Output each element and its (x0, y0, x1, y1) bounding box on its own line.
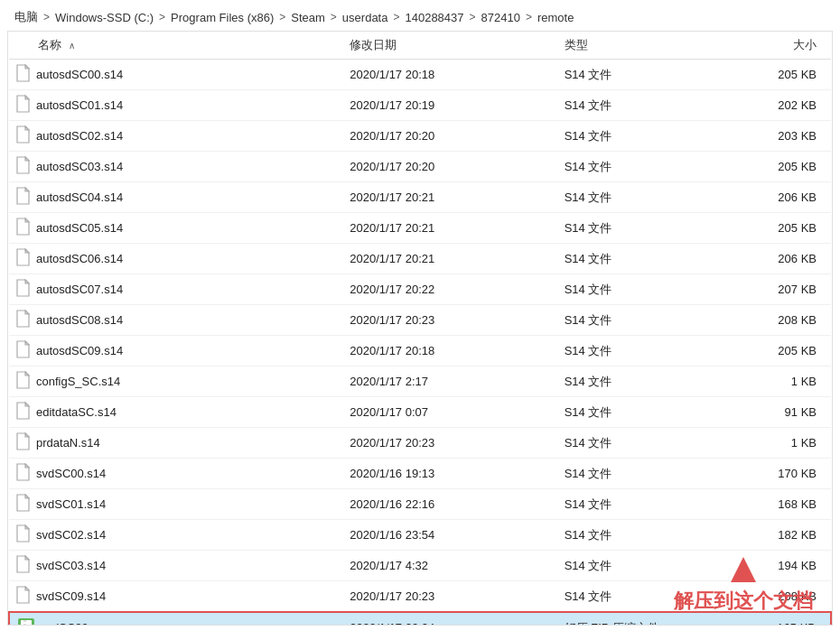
svg-rect-3 (23, 624, 26, 626)
file-name-cell: autosdSC02.s14 (9, 121, 342, 152)
file-type-cell: S14 文件 (557, 274, 712, 305)
table-row[interactable]: autosdSC01.s142020/1/17 20:19S14 文件202 K… (9, 90, 831, 121)
table-row[interactable]: autosdSC00.s142020/1/17 20:18S14 文件205 K… (9, 60, 831, 90)
breadcrumb-item-6[interactable]: 872410 (481, 11, 520, 24)
file-name-text: prdataN.s14 (36, 436, 100, 450)
file-table: 名称 ∧ 修改日期 类型 大小 autosdSC00.s142020/1/17 … (8, 32, 832, 626)
table-row[interactable]: autosdSC03.s142020/1/17 20:20S14 文件205 K… (9, 152, 831, 182)
breadcrumb-item-0[interactable]: 电脑 (14, 9, 38, 25)
table-row[interactable]: editdataSC.s142020/1/17 0:07S14 文件91 KB (9, 397, 831, 428)
zip-icon (17, 617, 35, 626)
file-name-text: autosdSC09.s14 (36, 344, 123, 357)
file-name-cell: autosdSC07.s14 (9, 274, 342, 305)
file-date-cell: 2020/1/17 20:19 (342, 90, 556, 121)
breadcrumb-item-2[interactable]: Program Files (x86) (171, 11, 274, 24)
file-icon (16, 586, 31, 607)
file-icon (16, 187, 31, 208)
file-icon (16, 555, 31, 576)
file-name-cell: svdSC03.s14 (9, 551, 342, 581)
annotation-text: 解压到这个文档 (674, 588, 813, 615)
breadcrumb-item-1[interactable]: Windows-SSD (C:) (55, 11, 154, 24)
file-type-cell: S14 文件 (557, 305, 712, 336)
file-date-cell: 2020/1/17 20:22 (342, 274, 556, 305)
breadcrumb-sep-1: > (159, 11, 165, 23)
file-icon (16, 156, 31, 177)
file-type-cell: S14 文件 (557, 213, 712, 244)
breadcrumb-sep-0: > (43, 11, 50, 23)
col-size-label: 大小 (793, 38, 817, 51)
file-date-cell: 2020/1/17 0:07 (342, 397, 556, 428)
file-icon (16, 524, 31, 545)
table-row[interactable]: autosdSC05.s142020/1/17 20:21S14 文件205 K… (9, 213, 831, 244)
file-size-cell: 1 KB (712, 366, 831, 397)
file-date-cell: 2020/1/17 2:17 (342, 366, 556, 397)
file-name-text: autosdSC02.s14 (36, 129, 123, 143)
file-name-cell: autosdSC01.s14 (9, 90, 342, 121)
file-name-text: configS_SC.s14 (36, 375, 120, 388)
file-name-text: autosdSC05.s14 (36, 221, 123, 235)
breadcrumb-item-5[interactable]: 140288437 (405, 11, 463, 24)
file-icon (16, 218, 31, 238)
breadcrumb-sep-3: > (331, 11, 337, 23)
table-row[interactable]: autosdSC02.s142020/1/17 20:20S14 文件203 K… (9, 121, 831, 152)
file-type-cell: S14 文件 (557, 152, 712, 182)
col-header-name[interactable]: 名称 ∧ (9, 32, 342, 60)
file-size-cell: 206 KB (712, 182, 831, 213)
file-date-cell: 2020/1/17 20:24 (342, 612, 556, 626)
file-type-cell: S14 文件 (557, 489, 712, 520)
file-type-cell: S14 文件 (557, 60, 712, 90)
annotation-arrow (731, 557, 756, 582)
file-name-text: editdataSC.s14 (36, 405, 117, 419)
file-size-cell: 205 KB (712, 60, 831, 90)
file-size-cell: 202 KB (712, 90, 831, 121)
file-name-text: svdSC09 (41, 621, 89, 626)
file-date-cell: 2020/1/17 20:20 (342, 121, 556, 152)
file-type-cell: S14 文件 (557, 121, 712, 152)
file-type-cell: S14 文件 (557, 520, 712, 551)
file-icon (16, 279, 31, 300)
file-size-cell: 205 KB (712, 152, 831, 182)
file-name-cell: autosdSC06.s14 (9, 244, 342, 274)
file-tbody: autosdSC00.s142020/1/17 20:18S14 文件205 K… (9, 60, 831, 626)
file-name-cell: svdSC09 (9, 612, 342, 626)
file-icon (16, 432, 31, 453)
table-row[interactable]: autosdSC08.s142020/1/17 20:23S14 文件208 K… (9, 305, 831, 336)
table-row[interactable]: svdSC01.s142020/1/16 22:16S14 文件168 KB (9, 489, 831, 520)
table-row[interactable]: autosdSC09.s142020/1/17 20:18S14 文件205 K… (9, 336, 831, 366)
table-row[interactable]: autosdSC07.s142020/1/17 20:22S14 文件207 K… (9, 274, 831, 305)
file-name-cell: autosdSC00.s14 (9, 60, 342, 90)
file-name-text: svdSC09.s14 (36, 589, 106, 603)
file-name-cell: autosdSC09.s14 (9, 336, 342, 366)
breadcrumb-item-7[interactable]: remote (537, 11, 574, 24)
table-row[interactable]: prdataN.s142020/1/17 20:23S14 文件1 KB (9, 428, 831, 459)
file-icon (16, 494, 31, 515)
file-name-text: svdSC03.s14 (36, 559, 106, 572)
breadcrumb-sep-6: > (526, 11, 532, 23)
file-name-cell: svdSC09.s14 (9, 581, 342, 613)
file-name-text: svdSC02.s14 (36, 528, 106, 542)
table-row[interactable]: autosdSC06.s142020/1/17 20:21S14 文件206 K… (9, 244, 831, 274)
breadcrumb-item-4[interactable]: userdata (342, 11, 388, 24)
table-row[interactable]: autosdSC04.s142020/1/17 20:21S14 文件206 K… (9, 182, 831, 213)
col-header-date[interactable]: 修改日期 (342, 32, 556, 60)
table-row[interactable]: svdSC00.s142020/1/16 19:13S14 文件170 KB (9, 459, 831, 489)
file-name-text: autosdSC00.s14 (36, 68, 123, 81)
file-name-cell: configS_SC.s14 (9, 366, 342, 397)
file-type-cell: S14 文件 (557, 366, 712, 397)
breadcrumb-sep-2: > (279, 11, 285, 23)
col-header-size[interactable]: 大小 (712, 32, 831, 60)
file-size-cell: 206 KB (712, 244, 831, 274)
file-date-cell: 2020/1/17 20:23 (342, 428, 556, 459)
file-name-cell: autosdSC05.s14 (9, 213, 342, 244)
file-size-cell: 205 KB (712, 336, 831, 366)
table-header-row: 名称 ∧ 修改日期 类型 大小 (9, 32, 831, 60)
file-type-cell: S14 文件 (557, 336, 712, 366)
col-header-type[interactable]: 类型 (557, 32, 712, 60)
table-row[interactable]: configS_SC.s142020/1/17 2:17S14 文件1 KB (9, 366, 831, 397)
file-size-cell: 91 KB (712, 397, 831, 428)
annotation: 解压到这个文档 (674, 557, 813, 615)
breadcrumb-item-3[interactable]: Steam (291, 11, 325, 24)
file-date-cell: 2020/1/17 20:23 (342, 581, 556, 613)
table-row[interactable]: svdSC02.s142020/1/16 23:54S14 文件182 KB (9, 520, 831, 551)
file-icon (16, 463, 31, 484)
